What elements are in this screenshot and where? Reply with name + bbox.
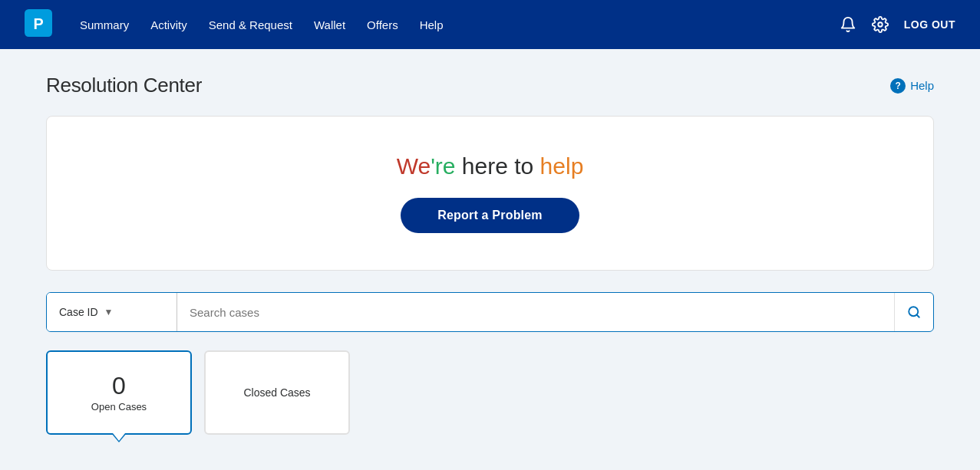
page-content: Resolution Center ? Help We're here to h… — [0, 49, 980, 459]
report-problem-button[interactable]: Report a Problem — [401, 198, 579, 233]
search-input[interactable] — [177, 293, 894, 331]
search-dropdown[interactable]: Case ID ▼ — [47, 293, 177, 331]
page-title: Resolution Center — [46, 74, 202, 97]
open-cases-tab[interactable]: 0 Open Cases — [46, 350, 192, 435]
help-circle-icon: ? — [890, 78, 906, 94]
hero-title-here: here to — [456, 153, 540, 179]
nav-activity[interactable]: Activity — [141, 12, 196, 38]
open-cases-label: Open Cases — [91, 401, 147, 412]
hero-title-we: We — [397, 153, 431, 179]
nav-send-request[interactable]: Send & Request — [200, 12, 302, 38]
paypal-logo: P — [25, 9, 64, 40]
nav-wallet[interactable]: Wallet — [305, 12, 355, 38]
closed-cases-tab[interactable]: Closed Cases — [204, 350, 350, 435]
case-tabs: 0 Open Cases Closed Cases — [46, 350, 934, 435]
svg-text:P: P — [33, 15, 43, 32]
nav-offers[interactable]: Offers — [358, 12, 408, 38]
search-button[interactable] — [894, 293, 933, 331]
search-bar: Case ID ▼ — [46, 292, 934, 332]
logout-button[interactable]: LOG OUT — [904, 18, 955, 31]
nav-links: Summary Activity Send & Request Wallet O… — [71, 12, 833, 38]
hero-title-re: 're — [431, 153, 455, 179]
svg-point-2 — [878, 22, 883, 27]
chevron-down-icon: ▼ — [104, 307, 114, 317]
hero-title-help: help — [540, 153, 584, 179]
help-link-label: Help — [910, 79, 934, 92]
open-cases-count: 0 — [112, 373, 126, 398]
navbar-right: LOG OUT — [840, 16, 955, 33]
closed-cases-label: Closed Cases — [243, 386, 310, 399]
settings-gear-button[interactable] — [872, 16, 889, 33]
search-dropdown-label: Case ID — [59, 306, 98, 318]
navbar: P Summary Activity Send & Request Wallet… — [0, 0, 980, 49]
help-link[interactable]: ? Help — [890, 78, 934, 94]
svg-line-4 — [916, 314, 919, 317]
nav-summary[interactable]: Summary — [71, 12, 138, 38]
page-header: Resolution Center ? Help — [46, 74, 934, 97]
nav-help[interactable]: Help — [411, 12, 453, 38]
hero-title: We're here to help — [65, 153, 915, 179]
notification-bell-button[interactable] — [840, 16, 856, 33]
hero-card: We're here to help Report a Problem — [46, 116, 934, 271]
